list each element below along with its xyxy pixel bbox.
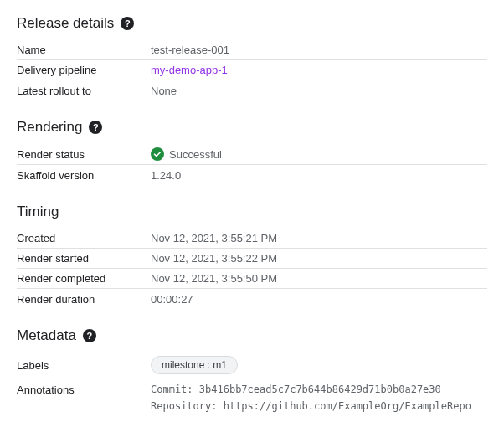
label-chip: milestone : m1 xyxy=(151,356,238,374)
release-details-title: Release details xyxy=(17,15,114,32)
rendering-header: Rendering ? xyxy=(17,119,487,136)
annotations-row: Annotations Commit: 3b416bb7cead5c7c7b64… xyxy=(17,378,487,420)
render-duration-value: 00:00:27 xyxy=(151,293,487,306)
annotations-label: Annotations xyxy=(17,384,151,396)
render-duration-label: Render duration xyxy=(17,293,151,306)
render-started-label: Render started xyxy=(17,252,151,265)
svg-point-0 xyxy=(151,147,164,161)
render-completed-value: Nov 12, 2021, 3:55:50 PM xyxy=(151,272,487,285)
help-icon[interactable]: ? xyxy=(121,17,134,30)
check-circle-icon xyxy=(151,147,164,161)
render-status-row: Render status Successful xyxy=(17,144,487,165)
pipeline-link[interactable]: my-demo-app-1 xyxy=(151,64,228,76)
timing-header: Timing xyxy=(17,203,487,220)
name-value: test-release-001 xyxy=(151,44,487,56)
labels-label: Labels xyxy=(17,359,151,372)
render-status-label: Render status xyxy=(17,148,151,161)
annotation-commit: Commit: 3b416bb7cead5c7c7b644b86429d71b0… xyxy=(151,384,487,395)
render-duration-row: Render duration 00:00:27 xyxy=(17,289,487,309)
skaffold-row: Skaffold version 1.24.0 xyxy=(17,165,487,185)
metadata-title: Metadata xyxy=(17,327,76,344)
rendering-section: Rendering ? Render status Successful Ska… xyxy=(17,119,487,185)
skaffold-label: Skaffold version xyxy=(17,169,151,182)
rollout-row: Latest rollout to None xyxy=(17,80,487,100)
render-started-row: Render started Nov 12, 2021, 3:55:22 PM xyxy=(17,249,487,269)
pipeline-row: Delivery pipeline my-demo-app-1 xyxy=(17,60,487,80)
release-details-header: Release details ? xyxy=(17,15,487,32)
release-details-section: Release details ? Name test-release-001 … xyxy=(17,15,487,100)
help-icon[interactable]: ? xyxy=(83,329,96,342)
metadata-header: Metadata ? xyxy=(17,327,487,344)
help-icon[interactable]: ? xyxy=(89,121,102,134)
rollout-value: None xyxy=(151,85,487,97)
pipeline-label: Delivery pipeline xyxy=(17,64,151,76)
name-label: Name xyxy=(17,44,151,56)
rollout-label: Latest rollout to xyxy=(17,85,151,97)
labels-row: Labels milestone : m1 xyxy=(17,353,487,378)
render-completed-row: Render completed Nov 12, 2021, 3:55:50 P… xyxy=(17,269,487,289)
timing-section: Timing Created Nov 12, 2021, 3:55:21 PM … xyxy=(17,203,487,309)
created-row: Created Nov 12, 2021, 3:55:21 PM xyxy=(17,229,487,249)
annotation-repo: Repository: https://github.com/ExampleOr… xyxy=(151,400,487,412)
render-started-value: Nov 12, 2021, 3:55:22 PM xyxy=(151,252,487,265)
metadata-section: Metadata ? Labels milestone : m1 Annotat… xyxy=(17,327,487,420)
name-row: Name test-release-001 xyxy=(17,40,487,60)
skaffold-value: 1.24.0 xyxy=(151,169,487,182)
created-value: Nov 12, 2021, 3:55:21 PM xyxy=(151,232,487,245)
rendering-title: Rendering xyxy=(17,119,82,136)
render-completed-label: Render completed xyxy=(17,272,151,285)
created-label: Created xyxy=(17,232,151,245)
timing-title: Timing xyxy=(17,203,59,220)
render-status-value: Successful xyxy=(169,148,222,161)
